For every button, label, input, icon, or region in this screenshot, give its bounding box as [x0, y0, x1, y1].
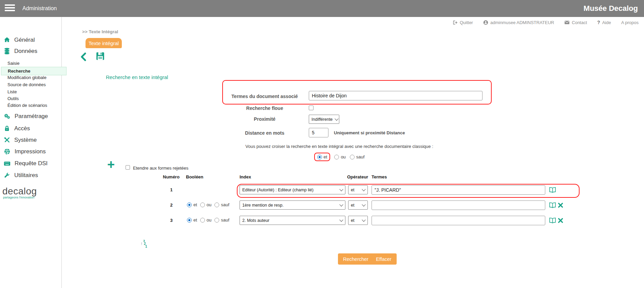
- sidebar-item-donnees[interactable]: Données: [3, 47, 37, 55]
- save-button[interactable]: [96, 52, 105, 62]
- boolean-group-2: et ou sauf: [187, 202, 229, 207]
- radio-ou[interactable]: [200, 203, 205, 207]
- radio-ou-label: ou: [207, 217, 211, 223]
- mail-icon: [564, 20, 570, 25]
- gears-icon: [3, 113, 11, 120]
- operator-select-3[interactable]: et: [348, 216, 368, 225]
- proximite-label: Proximité: [222, 116, 307, 122]
- about-link[interactable]: A propos: [621, 20, 639, 25]
- radio-et[interactable]: [187, 203, 192, 207]
- book-icon: [549, 217, 556, 224]
- chevron-down-icon: [339, 218, 343, 222]
- termes-input-1[interactable]: [372, 185, 545, 195]
- termes-input-3[interactable]: [372, 216, 545, 225]
- sidebar-subitem-saisie[interactable]: Saisie: [7, 61, 19, 66]
- sidebar-item-label: Impressions: [15, 148, 46, 155]
- administration-screen: Administration Musée Decalog Général Don…: [0, 0, 644, 288]
- boolean-group-3: et ou sauf: [187, 217, 229, 223]
- menu-icon[interactable]: [5, 4, 15, 13]
- logout-icon: [453, 20, 458, 25]
- radio-sauf[interactable]: [350, 155, 355, 159]
- sidebar-subitem-source-de-donnees[interactable]: Source de données: [7, 82, 46, 87]
- user-menu[interactable]: adminmusee ADMINSTRATEUR: [483, 20, 554, 25]
- operator-select-3-value: et: [351, 218, 354, 223]
- logo-tagline: partageons l'innovation: [3, 196, 37, 199]
- row-number: 1: [163, 187, 180, 192]
- sidebar-item-utilitaires[interactable]: Utilitaires: [3, 172, 38, 179]
- proximite-select[interactable]: Indifférente: [309, 115, 339, 124]
- page-title: Recherche en texte intégral: [106, 74, 168, 80]
- keyboard-icon: [3, 160, 11, 167]
- topbar: Administration Musée Decalog: [0, 0, 644, 17]
- back-button[interactable]: [80, 52, 87, 63]
- breadcrumb: >> Texte Intégral: [82, 29, 118, 34]
- sidebar-item-label: Utilitaires: [14, 172, 38, 179]
- sidebar-item-acces[interactable]: Accès: [3, 125, 30, 132]
- etendre-checkbox[interactable]: [126, 165, 130, 170]
- annotation-ring-et: et: [314, 153, 330, 161]
- chevron-down-icon: [339, 203, 343, 206]
- brand-title: Musée Decalog: [584, 0, 638, 17]
- rechercher-button[interactable]: Rechercher: [338, 253, 374, 265]
- index-select-2[interactable]: 1ère mention de resp.: [240, 200, 345, 210]
- termes-input-2[interactable]: [372, 200, 545, 210]
- radio-sauf[interactable]: [214, 203, 219, 207]
- recherche-floue-checkbox[interactable]: [309, 105, 314, 110]
- contact-link[interactable]: Contact: [564, 20, 587, 25]
- sidebar: Général Données Saisie Recherche Modific…: [0, 17, 62, 288]
- index-browse-button-1[interactable]: [549, 187, 556, 194]
- effacer-button[interactable]: Effacer: [371, 253, 397, 265]
- database-icon: [3, 47, 11, 55]
- chevron-down-icon: [362, 187, 365, 191]
- termes-doc-label: Termes du document associé: [222, 94, 307, 99]
- help-link[interactable]: ? Aide: [597, 20, 611, 25]
- radio-et[interactable]: [187, 218, 192, 223]
- col-header-booleen: Booléen: [186, 174, 203, 179]
- close-icon: [558, 203, 563, 208]
- add-criterion-button[interactable]: +: [107, 158, 115, 171]
- chevron-left-icon: [80, 52, 87, 61]
- termes-doc-input[interactable]: [309, 91, 482, 100]
- sidebar-item-general[interactable]: Général: [3, 36, 35, 43]
- radio-et-label: et: [324, 154, 327, 159]
- operator-select-1[interactable]: et: [348, 185, 368, 194]
- index-select-1[interactable]: Editeur (Autorité) : Editeur (champ lié): [240, 185, 345, 194]
- sidebar-subitem-recherche[interactable]: Recherche: [1, 67, 67, 75]
- sidebar-subitem-liste[interactable]: Liste: [7, 89, 17, 94]
- radio-ou[interactable]: [200, 218, 205, 223]
- delete-row-button-2[interactable]: [558, 203, 563, 209]
- sidebar-item-label: Système: [14, 137, 37, 143]
- row-number: 2: [163, 203, 180, 208]
- sidebar-subitem-modification-globale[interactable]: Modification globale: [7, 75, 46, 80]
- quit-link[interactable]: Quitter: [453, 20, 473, 25]
- sidebar-item-parametrage[interactable]: Paramétrage: [3, 113, 48, 120]
- tab-texte-integral[interactable]: Texte intégral: [86, 38, 122, 48]
- close-icon: [558, 218, 563, 223]
- sidebar-subitem-outils[interactable]: Outils: [7, 96, 19, 101]
- proximite-value: Indifférente: [311, 117, 333, 122]
- index-browse-button-2[interactable]: [549, 202, 556, 210]
- distance-input[interactable]: [309, 128, 328, 137]
- radio-sauf[interactable]: [214, 218, 219, 223]
- index-select-3[interactable]: 2. Mots auteur: [240, 216, 345, 225]
- sidebar-subitem-edition-de-scenarios[interactable]: Édition de scénarios: [7, 103, 47, 108]
- delete-row-button-3[interactable]: [558, 218, 563, 225]
- sort-numeric-icon[interactable]: ↑321: [140, 239, 149, 248]
- wrench-icon: [3, 172, 11, 179]
- radio-sauf-label: sauf: [221, 202, 229, 207]
- sidebar-item-requete-dsi[interactable]: Requête DSI: [3, 160, 48, 167]
- recherche-floue-label: Recherche floue: [222, 105, 307, 111]
- contact-label: Contact: [572, 20, 587, 25]
- index-browse-button-3[interactable]: [549, 217, 556, 225]
- col-header-index: Index: [240, 174, 251, 179]
- radio-ou[interactable]: [334, 155, 339, 159]
- help-label: Aide: [602, 20, 611, 25]
- radio-et-label: et: [193, 202, 197, 207]
- home-icon: [3, 36, 11, 43]
- etendre-label: Etendre aux formes rejetées: [133, 166, 188, 171]
- croiser-sentence: Vous pouvez croiser la recherche en text…: [136, 144, 543, 149]
- operator-select-2[interactable]: et: [348, 200, 368, 210]
- sidebar-item-systeme[interactable]: Système: [3, 136, 37, 143]
- radio-et[interactable]: [317, 155, 322, 159]
- sidebar-item-impressions[interactable]: Impressions: [3, 148, 46, 155]
